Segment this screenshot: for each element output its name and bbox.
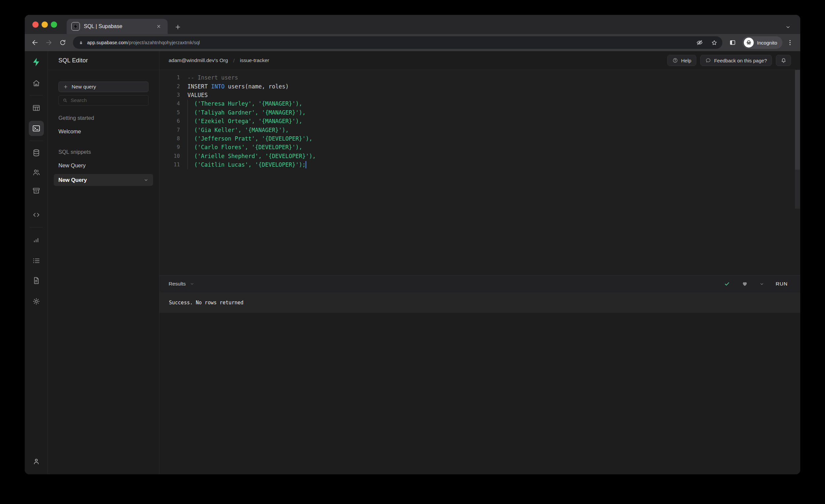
- forward-button[interactable]: [43, 36, 55, 49]
- supabase-logo-sidebar[interactable]: [30, 56, 43, 69]
- code-text: ('Taliyah Gardner', '{MANAGER}'),: [188, 109, 306, 116]
- code-text: ('Theresa Hurley', '{MANAGER}'),: [188, 100, 302, 107]
- maximize-window-button[interactable]: [51, 21, 57, 28]
- sidebar-item-sql-editor[interactable]: [29, 121, 44, 136]
- address-bar[interactable]: app.supabase.com/project/azahtnhqohyjerz…: [73, 36, 722, 49]
- editor-scrollbar-track: [795, 170, 800, 209]
- sidebar-item-settings[interactable]: [30, 295, 43, 308]
- supabase-logo-icon: [73, 24, 78, 29]
- code-text: -- Insert users: [188, 74, 238, 81]
- close-window-button[interactable]: [32, 21, 39, 28]
- code-line[interactable]: 5 ('Taliyah Gardner', '{MANAGER}'),: [159, 108, 800, 117]
- eye-off-icon[interactable]: [694, 37, 705, 48]
- sidebar-item-code[interactable]: [30, 208, 43, 221]
- browser-window: SQL | Supabase app.supabase.com/project/…: [25, 15, 800, 474]
- new-query-button[interactable]: New query: [58, 81, 149, 92]
- code-icon: [32, 211, 41, 219]
- run-options-chevron-icon[interactable]: [759, 282, 764, 286]
- success-check-icon: [724, 281, 730, 287]
- bookmark-star-icon[interactable]: [708, 37, 720, 48]
- breadcrumb: adam@windmill.dev's Org / issue-tracker …: [159, 51, 800, 70]
- tab-search-chevron-icon[interactable]: [783, 22, 793, 32]
- incognito-badge: Incognito: [742, 36, 782, 49]
- editor-scrollbar-thumb[interactable]: [795, 70, 800, 170]
- code-line[interactable]: 1-- Insert users: [159, 73, 800, 82]
- code-line[interactable]: 2INSERT INTO users(name, roles): [159, 82, 800, 90]
- sidebar-item-docs[interactable]: [30, 274, 43, 287]
- code-text: ('Carlo Flores', '{DEVELOPER}'),: [188, 144, 302, 150]
- line-number: 1: [159, 75, 188, 80]
- sidebar-item-table-editor[interactable]: [30, 101, 43, 115]
- minimize-window-button[interactable]: [42, 21, 48, 28]
- browser-menu-icon[interactable]: [784, 36, 796, 49]
- code-line[interactable]: 3VALUES: [159, 91, 800, 99]
- breadcrumb-project[interactable]: issue-tracker: [240, 57, 269, 63]
- help-button[interactable]: Help: [667, 55, 696, 66]
- line-number: 8: [159, 136, 188, 142]
- sidebar-item-reports[interactable]: [30, 233, 43, 246]
- sidebar-item-auth[interactable]: [30, 166, 43, 179]
- code-line[interactable]: 6 ('Ezekiel Ortega', '{MANAGER}'),: [159, 117, 800, 126]
- plus-icon: [63, 84, 68, 89]
- code-line[interactable]: 4 ('Theresa Hurley', '{MANAGER}'),: [159, 99, 800, 108]
- table-editor-icon: [32, 103, 41, 112]
- line-number: 9: [159, 144, 188, 150]
- sidebar-item-database[interactable]: [30, 146, 43, 159]
- run-button[interactable]: RUN: [775, 281, 788, 287]
- panel-body: New query Getting startedWelcomeSQL snip…: [48, 70, 159, 186]
- code-line[interactable]: 10 ('Arielle Shepherd', '{DEVELOPER}'),: [159, 152, 800, 160]
- code-line[interactable]: 9 ('Carlo Flores', '{DEVELOPER}'),: [159, 143, 800, 151]
- favorite-heart-icon[interactable]: [742, 281, 748, 287]
- panel-header: SQL Editor: [48, 51, 159, 70]
- code-lines: 1-- Insert users2INSERT INTO users(name,…: [159, 73, 800, 169]
- feedback-button-label: Feedback on this page?: [714, 58, 767, 63]
- url-text: app.supabase.com/project/azahtnhqohyjerz…: [87, 40, 691, 45]
- feedback-button[interactable]: Feedback on this page?: [700, 55, 772, 66]
- code-line[interactable]: 7 ('Gia Keller', '{MANAGER}'),: [159, 126, 800, 134]
- code-line[interactable]: 11 ('Caitlin Lucas', '{DEVELOPER}');: [159, 160, 800, 169]
- auth-icon: [32, 168, 41, 176]
- code-text: ('Caitlin Lucas', '{DEVELOPER}');: [188, 161, 306, 168]
- back-button[interactable]: [29, 36, 41, 49]
- reload-button[interactable]: [57, 36, 69, 49]
- header-actions: Help Feedback on this page?: [667, 55, 791, 66]
- supabase-favicon: [71, 22, 80, 31]
- close-tab-icon[interactable]: [154, 22, 163, 31]
- results-dropdown[interactable]: Results: [169, 281, 195, 287]
- lock-icon: [78, 40, 84, 46]
- section-label: Getting started: [58, 115, 149, 121]
- sidebar-item-storage[interactable]: [30, 184, 43, 197]
- sidebar-item-account[interactable]: [30, 455, 43, 468]
- line-number: 5: [159, 110, 188, 116]
- snippet-item[interactable]: Welcome: [58, 128, 149, 135]
- sql-editor-icon: [32, 124, 41, 133]
- run-controls: RUN: [724, 281, 791, 287]
- browser-tab[interactable]: SQL | Supabase: [67, 19, 168, 34]
- sidebar-item-home[interactable]: [30, 77, 43, 90]
- code-line[interactable]: 8 ('Jefferson Pratt', '{DEVELOPER}'),: [159, 134, 800, 143]
- success-message: Success. No rows returned: [169, 300, 243, 306]
- new-tab-button[interactable]: [173, 22, 183, 32]
- code-text: INSERT INTO users(name, roles): [188, 83, 289, 90]
- snippet-item-active[interactable]: New Query: [54, 174, 153, 186]
- window-controls: [32, 21, 57, 28]
- database-icon: [32, 149, 41, 157]
- bell-icon: [780, 57, 787, 64]
- snippet-item[interactable]: New Query: [58, 162, 149, 169]
- chevron-down-icon[interactable]: [144, 177, 149, 183]
- notifications-button[interactable]: [776, 55, 791, 66]
- home-icon: [32, 79, 41, 87]
- line-number: 6: [159, 118, 188, 124]
- line-number: 4: [159, 101, 188, 106]
- query-result-message: Success. No rows returned: [159, 292, 800, 313]
- sql-code-editor[interactable]: 1-- Insert users2INSERT INTO users(name,…: [159, 70, 800, 275]
- sidebar-item-logs[interactable]: [30, 254, 43, 267]
- side-panel-icon[interactable]: [726, 36, 739, 49]
- docs-icon: [32, 276, 41, 285]
- line-number: 2: [159, 83, 188, 89]
- url-host: app.supabase.com: [87, 40, 128, 45]
- breadcrumb-org[interactable]: adam@windmill.dev's Org: [169, 57, 228, 63]
- logs-icon: [32, 257, 41, 265]
- snippet-search[interactable]: [58, 95, 149, 105]
- search-input[interactable]: [71, 97, 145, 103]
